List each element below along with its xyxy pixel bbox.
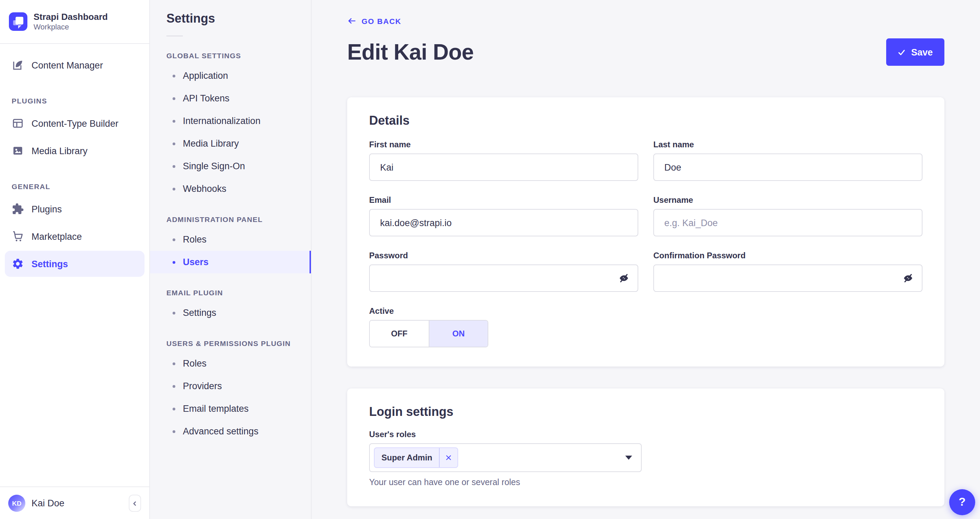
details-form-grid: First name Last name Email Username Pass bbox=[369, 140, 923, 347]
subnav-item-label: Settings bbox=[183, 307, 216, 318]
confirm-password-input-wrapper bbox=[653, 264, 923, 292]
password-input[interactable] bbox=[369, 264, 638, 292]
role-tag-label: Super Admin bbox=[375, 448, 439, 467]
save-button[interactable]: Save bbox=[886, 38, 944, 66]
chevron-down-icon bbox=[625, 455, 632, 460]
sidebar-item-label: Media Library bbox=[32, 146, 88, 156]
last-name-field-group: Last name bbox=[653, 140, 923, 181]
strapi-logo-icon bbox=[9, 12, 27, 31]
confirm-password-input[interactable] bbox=[653, 264, 923, 292]
bullet-icon bbox=[173, 362, 175, 365]
active-toggle-on-button[interactable]: ON bbox=[429, 321, 488, 347]
sidebar-item-plugins[interactable]: Plugins bbox=[5, 196, 145, 222]
sidebar-item-media-library[interactable]: Media Library bbox=[5, 138, 145, 164]
user-avatar[interactable]: KD bbox=[8, 495, 25, 512]
first-name-field-group: First name bbox=[369, 140, 638, 181]
sidebar-item-settings[interactable]: Settings bbox=[5, 251, 145, 277]
active-label: Active bbox=[369, 306, 638, 316]
page-header: Edit Kai Doe Save bbox=[347, 38, 944, 66]
sidebar-item-content-type-builder[interactable]: Content-Type Builder bbox=[5, 110, 145, 136]
workspace-switcher[interactable]: Strapi Dashboard Workplace bbox=[0, 0, 149, 44]
subnav-item-up-email-templates[interactable]: Email templates bbox=[150, 397, 311, 420]
toggle-password-visibility-button[interactable] bbox=[617, 271, 631, 285]
layout-grid-icon bbox=[12, 117, 24, 129]
subnav-item-label: Internationalization bbox=[183, 116, 261, 126]
subnav-item-single-sign-on[interactable]: Single Sign-On bbox=[150, 155, 311, 177]
subnav-section-users-permissions-plugin: USERS & PERMISSIONS PLUGIN bbox=[166, 339, 294, 347]
login-settings-card: Login settings User's roles Super Admin bbox=[347, 388, 944, 506]
subnav-item-admin-roles[interactable]: Roles bbox=[150, 228, 311, 251]
subnav-section-administration-panel: ADMINISTRATION PANEL bbox=[166, 215, 294, 223]
bullet-icon bbox=[173, 97, 175, 100]
subnav-item-label: Single Sign-On bbox=[183, 161, 245, 171]
check-icon bbox=[898, 48, 906, 56]
subnav-item-up-roles[interactable]: Roles bbox=[150, 352, 311, 375]
subnav-item-label: Users bbox=[183, 257, 208, 267]
username-label: Username bbox=[653, 195, 923, 205]
confirm-password-label: Confirmation Password bbox=[653, 251, 923, 260]
cart-icon bbox=[12, 230, 24, 242]
page-title: Edit Kai Doe bbox=[347, 40, 474, 65]
sidebar-section-general: GENERAL bbox=[0, 182, 149, 191]
sidebar-collapse-button[interactable] bbox=[129, 495, 141, 512]
last-name-label: Last name bbox=[653, 140, 923, 150]
subnav-item-label: Advanced settings bbox=[183, 426, 259, 436]
first-name-input[interactable] bbox=[369, 153, 638, 181]
subnav-item-webhooks[interactable]: Webhooks bbox=[150, 177, 311, 200]
user-roles-select[interactable]: Super Admin bbox=[369, 443, 642, 472]
go-back-label: GO BACK bbox=[361, 17, 401, 25]
email-input[interactable] bbox=[369, 209, 638, 236]
sidebar-footer: KD Kai Doe bbox=[0, 486, 149, 519]
email-label: Email bbox=[369, 195, 638, 205]
sidebar-item-content-manager[interactable]: Content Manager bbox=[5, 52, 145, 78]
workspace-info: Strapi Dashboard Workplace bbox=[33, 11, 108, 32]
bullet-icon bbox=[173, 74, 175, 77]
subnav-item-label: Providers bbox=[183, 381, 222, 391]
active-field-group: Active OFF ON bbox=[369, 306, 638, 347]
help-button[interactable]: ? bbox=[949, 489, 975, 515]
password-input-wrapper bbox=[369, 264, 638, 292]
subnav-item-application[interactable]: Application bbox=[150, 64, 311, 87]
x-icon bbox=[445, 454, 452, 461]
email-field-group: Email bbox=[369, 195, 638, 236]
sidebar-section-plugins: PLUGINS bbox=[0, 97, 149, 105]
image-icon bbox=[12, 145, 24, 157]
subnav-section-global-settings: GLOBAL SETTINGS bbox=[166, 51, 294, 60]
password-field-group: Password bbox=[369, 251, 638, 292]
subnav-section-email-plugin: EMAIL PLUGIN bbox=[166, 288, 294, 297]
sidebar-nav: Content Manager PLUGINS Content-Type Bui… bbox=[0, 44, 149, 486]
subnav-item-label: Roles bbox=[183, 234, 207, 245]
puzzle-icon bbox=[12, 203, 24, 215]
subnav-divider bbox=[166, 36, 183, 36]
last-name-input[interactable] bbox=[653, 153, 923, 181]
sidebar-item-label: Marketplace bbox=[32, 231, 82, 242]
sidebar-item-marketplace[interactable]: Marketplace bbox=[5, 223, 145, 249]
first-name-label: First name bbox=[369, 140, 638, 150]
subnav-item-media-library[interactable]: Media Library bbox=[150, 132, 311, 155]
bullet-icon bbox=[173, 385, 175, 387]
subnav-item-email-settings[interactable]: Settings bbox=[150, 301, 311, 324]
subnav-item-internationalization[interactable]: Internationalization bbox=[150, 110, 311, 132]
help-button-label: ? bbox=[959, 495, 966, 509]
subnav-item-label: Roles bbox=[183, 358, 207, 369]
active-toggle-off-button[interactable]: OFF bbox=[370, 321, 429, 347]
subnav-item-up-providers[interactable]: Providers bbox=[150, 375, 311, 397]
role-tag: Super Admin bbox=[374, 447, 458, 468]
subnav-item-admin-users[interactable]: Users bbox=[150, 251, 311, 273]
subnav-item-label: Email templates bbox=[183, 404, 248, 414]
go-back-link[interactable]: GO BACK bbox=[347, 16, 401, 25]
subnav-item-up-advanced-settings[interactable]: Advanced settings bbox=[150, 420, 311, 443]
subnav-item-api-tokens[interactable]: API Tokens bbox=[150, 87, 311, 110]
username-input[interactable] bbox=[653, 209, 923, 236]
app-title: Strapi Dashboard bbox=[33, 11, 108, 22]
toggle-confirm-password-visibility-button[interactable] bbox=[901, 271, 915, 285]
workspace-name: Workplace bbox=[33, 22, 108, 32]
user-name: Kai Doe bbox=[32, 498, 64, 508]
user-roles-helper-text: Your user can have one or several roles bbox=[369, 478, 923, 487]
bullet-icon bbox=[173, 165, 175, 167]
bullet-icon bbox=[173, 187, 175, 190]
feather-edit-icon bbox=[12, 59, 24, 71]
eye-off-icon bbox=[903, 273, 913, 283]
remove-role-button[interactable] bbox=[439, 448, 457, 467]
chevron-left-icon bbox=[132, 500, 138, 507]
